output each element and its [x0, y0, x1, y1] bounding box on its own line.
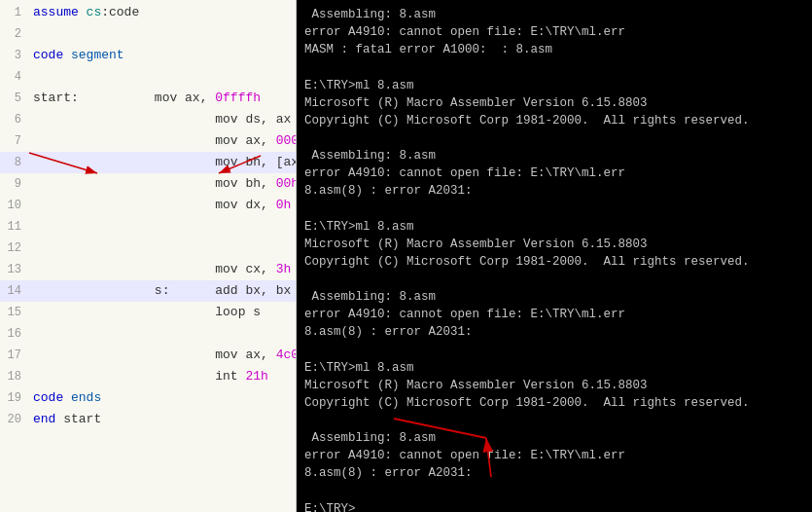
- line-text: code segment: [27, 45, 124, 66]
- terminal-line: error A4910: cannot open file: E:\TRY\ml…: [304, 23, 804, 41]
- code-line-18: 18 int 21h: [0, 366, 296, 387]
- line-text: mov dx, 0h: [27, 195, 291, 216]
- code-line-20: 20end start: [0, 409, 296, 430]
- line-text: mov ax, 4c00h: [27, 345, 297, 366]
- code-line-15: 15 loop s: [0, 302, 296, 323]
- terminal-line: error A4910: cannot open file: E:\TRY\ml…: [304, 306, 804, 323]
- terminal-line: Assembling: 8.asm: [304, 429, 804, 447]
- code-line-19: 19code ends: [0, 387, 296, 409]
- line-text: loop s: [27, 302, 261, 323]
- code-line-2: 2: [0, 23, 296, 45]
- terminal-line: [304, 58, 804, 76]
- line-number: 5: [0, 88, 27, 109]
- code-line-9: 9 mov bh, 00h: [0, 173, 296, 195]
- line-number: 18: [0, 366, 27, 387]
- terminal-line: [304, 482, 804, 499]
- terminal-line: Assembling: 8.asm: [304, 147, 804, 165]
- terminal-line: E:\TRY>: [304, 500, 804, 513]
- code-line-12: 12: [0, 238, 296, 259]
- line-text: int 21h: [27, 366, 268, 387]
- line-number: 19: [0, 387, 27, 409]
- code-line-13: 13 mov cx, 3h: [0, 259, 296, 280]
- code-line-4: 4: [0, 66, 296, 88]
- terminal-line: error A4910: cannot open file: E:\TRY\ml…: [304, 165, 804, 182]
- line-text: s: add bx, bx: [27, 280, 291, 302]
- code-line-6: 6 mov ds, ax: [0, 109, 296, 130]
- line-text: mov bh, [ax]: [27, 152, 297, 173]
- terminal-line: Assembling: 8.asm: [304, 288, 804, 306]
- terminal-line: E:\TRY>ml 8.asm: [304, 77, 804, 94]
- line-number: 17: [0, 345, 27, 366]
- line-number: 9: [0, 173, 27, 195]
- line-text: mov ax, 0006h: [27, 130, 297, 152]
- line-number: 11: [0, 216, 27, 238]
- terminal-content: Assembling: 8.asmerror A4910: cannot ope…: [304, 6, 804, 512]
- terminal-line: [304, 271, 804, 288]
- terminal-line: 8.asm(8) : error A2031:: [304, 182, 804, 200]
- code-line-1: 1assume cs:code: [0, 2, 296, 23]
- line-number: 4: [0, 66, 27, 88]
- line-text: code ends: [27, 387, 101, 409]
- code-line-14: 14 s: add bx, bx: [0, 280, 296, 302]
- terminal-line: [304, 412, 804, 429]
- code-line-7: 7 mov ax, 0006h: [0, 130, 296, 152]
- line-text: end start: [27, 409, 101, 430]
- line-number: 1: [0, 2, 27, 23]
- line-number: 15: [0, 302, 27, 323]
- code-editor: 1assume cs:code23code segment45start: mo…: [0, 0, 297, 512]
- terminal-line: [304, 129, 804, 147]
- terminal-line: error A4910: cannot open file: E:\TRY\ml…: [304, 447, 804, 464]
- line-number: 3: [0, 45, 27, 66]
- terminal-line: E:\TRY>ml 8.asm: [304, 218, 804, 236]
- terminal-line: E:\TRY>ml 8.asm: [304, 359, 804, 377]
- terminal-line: Copyright (C) Microsoft Corp 1981-2000. …: [304, 394, 804, 412]
- line-number: 20: [0, 409, 27, 430]
- terminal-line: Microsoft (R) Macro Assembler Version 6.…: [304, 236, 804, 253]
- code-line-17: 17 mov ax, 4c00h: [0, 345, 296, 366]
- line-number: 13: [0, 259, 27, 280]
- code-lines: 1assume cs:code23code segment45start: mo…: [0, 0, 296, 430]
- terminal-line: Copyright (C) Microsoft Corp 1981-2000. …: [304, 112, 804, 129]
- line-number: 6: [0, 109, 27, 130]
- terminal-line: Microsoft (R) Macro Assembler Version 6.…: [304, 377, 804, 394]
- terminal-line: [304, 341, 804, 358]
- code-line-10: 10 mov dx, 0h: [0, 195, 296, 216]
- terminal: Assembling: 8.asmerror A4910: cannot ope…: [297, 0, 812, 512]
- terminal-line: [304, 200, 804, 217]
- line-text: start: mov ax, 0ffffh: [27, 88, 261, 109]
- line-text: assume cs:code: [27, 2, 139, 23]
- terminal-line: MASM : fatal error A1000: : 8.asm: [304, 41, 804, 58]
- line-number: 2: [0, 23, 27, 45]
- terminal-line: 8.asm(8) : error A2031:: [304, 323, 804, 341]
- line-number: 12: [0, 238, 27, 259]
- line-text: mov cx, 3h: [27, 259, 291, 280]
- terminal-line: Copyright (C) Microsoft Corp 1981-2000. …: [304, 253, 804, 271]
- code-line-3: 3code segment: [0, 45, 296, 66]
- terminal-line: 8.asm(8) : error A2031:: [304, 464, 804, 482]
- line-number: 16: [0, 323, 27, 345]
- terminal-line: Assembling: 8.asm: [304, 6, 804, 23]
- line-text: mov ds, ax: [27, 109, 291, 130]
- code-line-16: 16: [0, 323, 296, 345]
- code-line-8: 8 mov bh, [ax]: [0, 152, 296, 173]
- terminal-line: Microsoft (R) Macro Assembler Version 6.…: [304, 94, 804, 112]
- code-line-11: 11: [0, 216, 296, 238]
- line-number: 10: [0, 195, 27, 216]
- line-number: 7: [0, 130, 27, 152]
- line-number: 8: [0, 152, 27, 173]
- line-text: mov bh, 00h: [27, 173, 297, 195]
- code-line-5: 5start: mov ax, 0ffffh: [0, 88, 296, 109]
- line-number: 14: [0, 280, 27, 302]
